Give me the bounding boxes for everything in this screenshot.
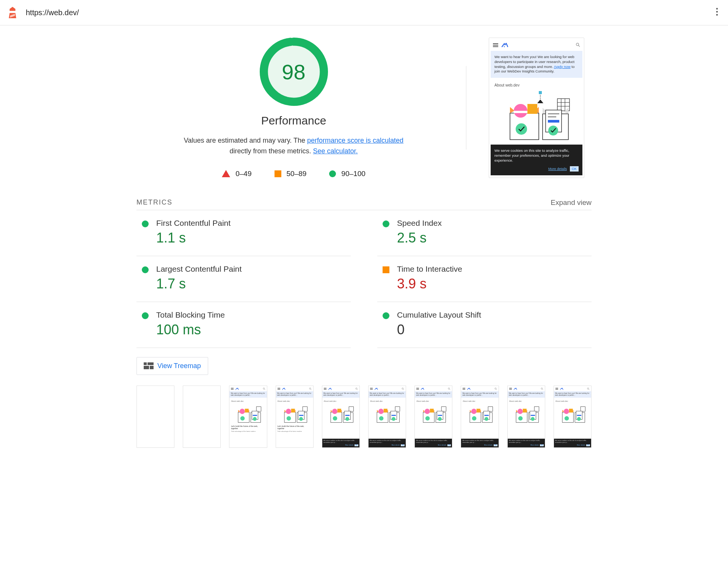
- svg-point-126: [531, 417, 535, 421]
- svg-rect-103: [488, 406, 493, 411]
- svg-point-11: [576, 43, 579, 46]
- svg-rect-116: [534, 406, 539, 411]
- topbar: https://web.dev/: [0, 0, 728, 25]
- svg-rect-108: [476, 409, 480, 412]
- filmstrip-frame[interactable]: [183, 386, 221, 448]
- metric-value: 1.7 s: [156, 276, 242, 292]
- more-menu-icon[interactable]: [714, 5, 720, 20]
- svg-point-61: [299, 417, 303, 421]
- metric-fcp: First Contentful Paint 1.1 s: [136, 210, 351, 256]
- svg-rect-47: [253, 415, 257, 416]
- svg-point-114: [541, 388, 543, 389]
- triangle-red-icon: [222, 170, 230, 177]
- circle-green-icon: [142, 266, 149, 273]
- preview-more-details: More details: [548, 167, 567, 171]
- svg-point-49: [309, 388, 311, 389]
- svg-point-83: [379, 416, 384, 420]
- see-calculator-link[interactable]: See calculator.: [313, 147, 358, 155]
- svg-point-122: [518, 416, 523, 420]
- legend-range: 50–89: [287, 170, 307, 178]
- score-description: Values are estimated and may vary. The p…: [180, 135, 408, 157]
- svg-rect-25: [514, 111, 527, 113]
- svg-rect-121: [522, 409, 526, 412]
- metric-speed-index: Speed Index 2.5 s: [377, 210, 592, 256]
- report-url[interactable]: https://web.dev/: [26, 8, 714, 17]
- metric-tti: Time to Interactive 3.9 s: [377, 256, 592, 302]
- svg-point-109: [472, 416, 476, 420]
- metric-value: 100 ms: [156, 322, 225, 338]
- svg-line-89: [450, 389, 450, 390]
- svg-line-128: [588, 389, 589, 390]
- svg-rect-51: [303, 406, 307, 411]
- svg-rect-43: [245, 409, 248, 412]
- svg-point-87: [392, 417, 395, 421]
- legend-range: 90–100: [341, 170, 365, 178]
- metric-cls: Cumulative Layout Shift 0: [377, 302, 592, 348]
- metric-name: Cumulative Layout Shift: [397, 310, 481, 320]
- legend-fail: 0–49: [222, 170, 251, 178]
- svg-rect-19: [539, 91, 542, 94]
- svg-point-75: [402, 388, 403, 389]
- svg-rect-38: [256, 406, 261, 411]
- svg-point-5: [716, 11, 718, 13]
- filmstrip-frame[interactable]: We want to hear from you! We are looking…: [461, 386, 499, 448]
- svg-rect-69: [337, 409, 341, 412]
- svg-marker-20: [537, 99, 543, 103]
- svg-rect-77: [395, 406, 400, 411]
- view-treemap-label: View Treemap: [157, 362, 201, 370]
- svg-rect-64: [349, 406, 353, 411]
- metric-name: Time to Interactive: [397, 264, 462, 274]
- svg-rect-56: [291, 409, 295, 412]
- metric-name: Largest Contentful Paint: [156, 264, 242, 274]
- expand-view-toggle[interactable]: Expand view: [551, 198, 592, 207]
- svg-point-57: [287, 416, 291, 420]
- view-treemap-button[interactable]: View Treemap: [136, 357, 208, 375]
- filmstrip-frame[interactable]: We want to hear from you! We are looking…: [507, 386, 545, 448]
- circle-green-icon: [329, 170, 336, 177]
- desc-text: Values are estimated and may vary. The: [184, 137, 307, 144]
- svg-point-62: [356, 388, 357, 389]
- filmstrip-frame[interactable]: We want to hear from you! We are looking…: [322, 386, 360, 448]
- metric-name: Total Blocking Time: [156, 310, 225, 320]
- svg-line-37: [264, 389, 265, 390]
- filmstrip-frame[interactable]: We want to hear from you! We are looking…: [276, 386, 314, 448]
- svg-point-135: [565, 416, 569, 420]
- square-orange-icon: [383, 266, 389, 273]
- score-legend: 0–49 50–89 90–100: [222, 170, 366, 178]
- svg-line-102: [496, 389, 497, 390]
- svg-point-101: [495, 388, 496, 389]
- square-orange-icon: [275, 170, 281, 177]
- svg-point-107: [471, 409, 476, 414]
- svg-point-27: [516, 123, 527, 135]
- logo-icon: [501, 43, 508, 47]
- perf-score-link[interactable]: performance score is calculated: [307, 137, 403, 144]
- svg-rect-1: [11, 11, 15, 13]
- svg-point-120: [518, 409, 523, 414]
- metric-value: 3.9 s: [397, 276, 462, 292]
- filmstrip-frame[interactable]: We want to hear from you! We are looking…: [229, 386, 267, 448]
- filmstrip: We want to hear from you! We are looking…: [136, 386, 592, 455]
- filmstrip-frame[interactable]: We want to hear from you! We are looking…: [414, 386, 452, 448]
- filmstrip-frame[interactable]: [136, 386, 174, 448]
- preview-banner: We want to hear from you! We are looking…: [491, 51, 582, 78]
- svg-line-12: [579, 46, 580, 47]
- filmstrip-frame[interactable]: We want to hear from you! We are looking…: [554, 386, 592, 448]
- svg-rect-82: [384, 409, 388, 412]
- filmstrip-frame[interactable]: We want to hear from you! We are looking…: [368, 386, 406, 448]
- metric-value: 0: [397, 322, 481, 338]
- svg-rect-26: [527, 104, 537, 114]
- svg-line-50: [311, 389, 311, 390]
- svg-point-6: [716, 14, 718, 16]
- svg-rect-34: [548, 120, 559, 123]
- metrics-section-title: METRICS: [136, 198, 173, 206]
- svg-point-42: [239, 409, 245, 414]
- svg-point-74: [345, 417, 349, 421]
- svg-point-100: [438, 417, 442, 421]
- svg-rect-138: [577, 415, 581, 416]
- svg-rect-73: [345, 415, 350, 416]
- metric-lcp: Largest Contentful Paint 1.7 s: [136, 256, 351, 302]
- treemap-icon: [144, 362, 154, 369]
- legend-average: 50–89: [275, 170, 307, 178]
- svg-line-76: [403, 389, 404, 390]
- preview-banner-link: Apply now: [554, 65, 571, 69]
